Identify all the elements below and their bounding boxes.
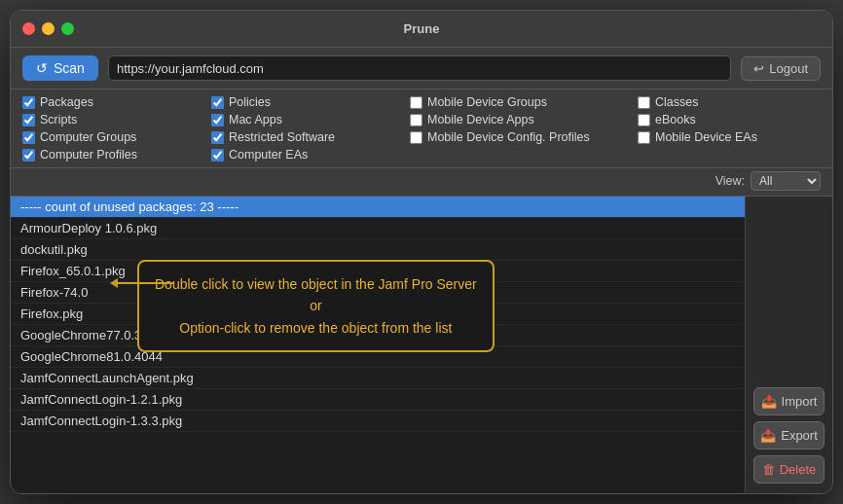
tooltip-line1: Double click to view the object in the J… <box>155 273 477 295</box>
cb-mac-apps-label: Mac Apps <box>229 113 282 126</box>
logout-icon: ↩ <box>753 61 764 76</box>
cb-mobile-device-config-label: Mobile Device Config. Profiles <box>427 130 590 144</box>
list-item[interactable]: JamfConnectLogin-1.3.3.pkg <box>11 411 745 432</box>
cb-ebooks-input[interactable] <box>638 114 650 126</box>
cb-ebooks[interactable]: eBooks <box>638 113 813 126</box>
cb-mobile-device-apps[interactable]: Mobile Device Apps <box>410 113 634 126</box>
view-select[interactable]: All Used Unused <box>751 171 821 191</box>
cb-scripts-label: Scripts <box>40 113 77 126</box>
url-input[interactable] <box>108 55 731 81</box>
side-buttons: 📤 Import 📤 Export 🗑 Delete <box>745 197 832 493</box>
cb-mobile-device-eas-label: Mobile Device EAs <box>655 130 757 144</box>
cb-mobile-device-groups[interactable]: Mobile Device Groups <box>410 95 634 109</box>
close-button[interactable] <box>22 22 35 35</box>
list-item[interactable]: dockutil.pkg <box>11 239 745 261</box>
cb-computer-groups[interactable]: Computer Groups <box>22 130 207 144</box>
cb-mac-apps-input[interactable] <box>211 114 224 126</box>
cb-mobile-device-groups-input[interactable] <box>410 96 422 109</box>
cb-computer-profiles[interactable]: Computer Profiles <box>22 148 207 162</box>
list-item[interactable]: JamfConnectLogin-1.2.1.pkg <box>11 389 745 411</box>
import-button[interactable]: 📤 Import <box>753 387 825 415</box>
cb-computer-eas-label: Computer EAs <box>229 148 308 162</box>
cb-computer-profiles-input[interactable] <box>22 149 35 162</box>
cb-restricted-software[interactable]: Restricted Software <box>211 130 406 144</box>
cb-classes-label: Classes <box>655 95 698 109</box>
delete-label: Delete <box>780 462 817 477</box>
cb-computer-groups-label: Computer Groups <box>40 130 136 144</box>
cb-ebooks-label: eBooks <box>655 113 696 126</box>
view-label: View: <box>715 174 745 188</box>
cb-packages-input[interactable] <box>22 96 35 109</box>
cb-scripts-input[interactable] <box>22 114 35 126</box>
cb-mobile-device-eas-input[interactable] <box>638 131 650 144</box>
delete-button[interactable]: 🗑 Delete <box>753 455 825 484</box>
minimize-button[interactable] <box>42 22 55 35</box>
list-item[interactable]: JamfConnectLaunchAgent.pkg <box>11 368 745 389</box>
import-icon: 📤 <box>761 394 777 409</box>
cb-policies-input[interactable] <box>211 96 224 109</box>
cb-computer-eas[interactable]: Computer EAs <box>211 148 406 162</box>
tooltip-line2: or <box>155 295 477 316</box>
cb-scripts[interactable]: Scripts <box>22 113 207 126</box>
logout-label: Logout <box>769 61 808 76</box>
cb-policies-label: Policies <box>229 95 271 109</box>
scan-icon: ↺ <box>36 60 48 76</box>
cb-packages[interactable]: Packages <box>22 95 207 109</box>
cb-mobile-device-apps-input[interactable] <box>410 114 422 126</box>
main-window: Prune ↺ Scan ↩ Logout Packages Policies <box>10 10 833 494</box>
cb-mobile-device-apps-label: Mobile Device Apps <box>427 113 534 126</box>
list-header: ----- count of unused packages: 23 ----- <box>11 197 745 218</box>
cb-computer-groups-input[interactable] <box>22 131 35 144</box>
cb-computer-eas-input[interactable] <box>211 149 224 162</box>
checkboxes-area: Packages Policies Mobile Device Groups C… <box>11 90 832 168</box>
window-controls <box>22 22 74 35</box>
cb-mobile-device-groups-label: Mobile Device Groups <box>427 95 547 109</box>
checkbox-grid: Packages Policies Mobile Device Groups C… <box>22 95 821 162</box>
view-row: View: All Used Unused <box>11 168 832 197</box>
content-area: ----- count of unused packages: 23 -----… <box>11 197 832 493</box>
window-title: Prune <box>404 21 440 36</box>
cb-mobile-device-config-input[interactable] <box>410 131 422 144</box>
cb-packages-label: Packages <box>40 95 93 109</box>
export-icon: 📤 <box>760 428 776 443</box>
cb-classes[interactable]: Classes <box>638 95 813 109</box>
list-container[interactable]: ----- count of unused packages: 23 -----… <box>11 197 745 493</box>
logout-button[interactable]: ↩ Logout <box>741 56 821 81</box>
cb-restricted-software-input[interactable] <box>211 131 224 144</box>
import-label: Import <box>782 394 818 409</box>
export-button[interactable]: 📤 Export <box>753 421 825 450</box>
export-label: Export <box>781 428 818 443</box>
tooltip-line3: Option-click to remove the object from t… <box>155 317 477 339</box>
titlebar: Prune <box>11 11 832 48</box>
toolbar: ↺ Scan ↩ Logout <box>11 48 832 90</box>
list-item[interactable]: ArmourDeploy 1.0.6.pkg <box>11 218 745 239</box>
maximize-button[interactable] <box>61 22 74 35</box>
tooltip-arrow <box>116 282 174 284</box>
cb-classes-input[interactable] <box>638 96 650 109</box>
delete-icon: 🗑 <box>762 462 775 477</box>
scan-label: Scan <box>54 60 85 76</box>
cb-mobile-device-eas[interactable]: Mobile Device EAs <box>638 130 813 144</box>
tooltip-overlay: Double click to view the object in the J… <box>137 260 495 352</box>
cb-policies[interactable]: Policies <box>211 95 406 109</box>
cb-mobile-device-config[interactable]: Mobile Device Config. Profiles <box>410 130 634 144</box>
cb-computer-profiles-label: Computer Profiles <box>40 148 137 162</box>
scan-button[interactable]: ↺ Scan <box>22 55 98 81</box>
cb-mac-apps[interactable]: Mac Apps <box>211 113 406 126</box>
cb-restricted-software-label: Restricted Software <box>229 130 335 144</box>
